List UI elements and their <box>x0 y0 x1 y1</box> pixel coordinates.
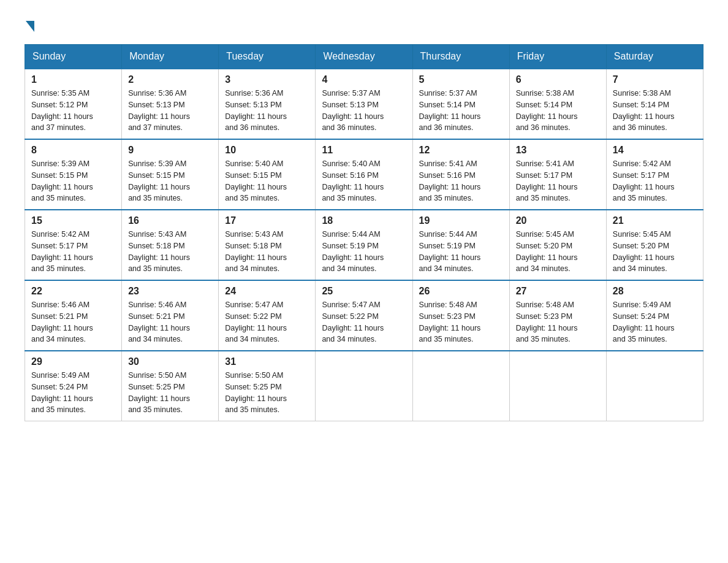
day-number: 14 <box>613 145 697 156</box>
day-number: 15 <box>31 215 115 226</box>
day-number: 9 <box>128 145 212 156</box>
calendar-cell: 6 Sunrise: 5:38 AM Sunset: 5:14 PM Dayli… <box>509 69 606 139</box>
calendar-cell: 22 Sunrise: 5:46 AM Sunset: 5:21 PM Dayl… <box>25 280 122 351</box>
calendar-cell <box>316 351 412 421</box>
day-number: 28 <box>613 286 697 297</box>
header-sunday: Sunday <box>25 45 122 69</box>
header-wednesday: Wednesday <box>316 45 412 69</box>
day-number: 16 <box>128 215 212 226</box>
calendar-cell: 9 Sunrise: 5:39 AM Sunset: 5:15 PM Dayli… <box>122 139 219 210</box>
day-info: Sunrise: 5:45 AM Sunset: 5:20 PM Dayligh… <box>613 229 697 275</box>
day-info: Sunrise: 5:44 AM Sunset: 5:19 PM Dayligh… <box>322 229 406 275</box>
calendar-cell: 10 Sunrise: 5:40 AM Sunset: 5:15 PM Dayl… <box>219 139 316 210</box>
calendar-cell: 1 Sunrise: 5:35 AM Sunset: 5:12 PM Dayli… <box>25 69 122 139</box>
day-number: 1 <box>31 74 115 85</box>
day-info: Sunrise: 5:43 AM Sunset: 5:18 PM Dayligh… <box>128 229 212 275</box>
day-number: 11 <box>322 145 406 156</box>
calendar-cell: 14 Sunrise: 5:42 AM Sunset: 5:17 PM Dayl… <box>606 139 703 210</box>
calendar-cell: 27 Sunrise: 5:48 AM Sunset: 5:23 PM Dayl… <box>509 280 606 351</box>
calendar-cell: 31 Sunrise: 5:50 AM Sunset: 5:25 PM Dayl… <box>219 351 316 421</box>
calendar-cell: 4 Sunrise: 5:37 AM Sunset: 5:13 PM Dayli… <box>316 69 412 139</box>
calendar-cell: 15 Sunrise: 5:42 AM Sunset: 5:17 PM Dayl… <box>25 210 122 280</box>
day-info: Sunrise: 5:44 AM Sunset: 5:19 PM Dayligh… <box>419 229 503 275</box>
day-number: 17 <box>225 215 309 226</box>
week-row-3: 15 Sunrise: 5:42 AM Sunset: 5:17 PM Dayl… <box>25 210 703 280</box>
calendar-cell: 25 Sunrise: 5:47 AM Sunset: 5:22 PM Dayl… <box>316 280 412 351</box>
day-number: 13 <box>516 145 600 156</box>
calendar-cell: 21 Sunrise: 5:45 AM Sunset: 5:20 PM Dayl… <box>606 210 703 280</box>
day-info: Sunrise: 5:43 AM Sunset: 5:18 PM Dayligh… <box>225 229 309 275</box>
day-info: Sunrise: 5:50 AM Sunset: 5:25 PM Dayligh… <box>225 370 309 416</box>
day-info: Sunrise: 5:40 AM Sunset: 5:15 PM Dayligh… <box>225 158 309 204</box>
calendar-cell: 16 Sunrise: 5:43 AM Sunset: 5:18 PM Dayl… <box>122 210 219 280</box>
day-info: Sunrise: 5:49 AM Sunset: 5:24 PM Dayligh… <box>31 370 115 416</box>
week-row-1: 1 Sunrise: 5:35 AM Sunset: 5:12 PM Dayli… <box>25 69 703 139</box>
day-info: Sunrise: 5:38 AM Sunset: 5:14 PM Dayligh… <box>613 88 697 134</box>
day-number: 18 <box>322 215 406 226</box>
week-row-2: 8 Sunrise: 5:39 AM Sunset: 5:15 PM Dayli… <box>25 139 703 210</box>
day-info: Sunrise: 5:36 AM Sunset: 5:13 PM Dayligh… <box>128 88 212 134</box>
calendar-cell: 12 Sunrise: 5:41 AM Sunset: 5:16 PM Dayl… <box>412 139 509 210</box>
day-info: Sunrise: 5:45 AM Sunset: 5:20 PM Dayligh… <box>516 229 600 275</box>
calendar-cell: 11 Sunrise: 5:40 AM Sunset: 5:16 PM Dayl… <box>316 139 412 210</box>
day-number: 6 <box>516 74 600 85</box>
day-number: 10 <box>225 145 309 156</box>
calendar-header-row: SundayMondayTuesdayWednesdayThursdayFrid… <box>25 45 703 69</box>
day-number: 24 <box>225 286 309 297</box>
day-info: Sunrise: 5:35 AM Sunset: 5:12 PM Dayligh… <box>31 88 115 134</box>
day-number: 8 <box>31 145 115 156</box>
day-info: Sunrise: 5:48 AM Sunset: 5:23 PM Dayligh… <box>516 299 600 345</box>
day-info: Sunrise: 5:41 AM Sunset: 5:16 PM Dayligh… <box>419 158 503 204</box>
header-tuesday: Tuesday <box>219 45 316 69</box>
header-monday: Monday <box>122 45 219 69</box>
day-info: Sunrise: 5:48 AM Sunset: 5:23 PM Dayligh… <box>419 299 503 345</box>
day-number: 2 <box>128 74 212 85</box>
day-number: 7 <box>613 74 697 85</box>
calendar-cell: 24 Sunrise: 5:47 AM Sunset: 5:22 PM Dayl… <box>219 280 316 351</box>
calendar-cell: 20 Sunrise: 5:45 AM Sunset: 5:20 PM Dayl… <box>509 210 606 280</box>
day-info: Sunrise: 5:47 AM Sunset: 5:22 PM Dayligh… <box>322 299 406 345</box>
week-row-5: 29 Sunrise: 5:49 AM Sunset: 5:24 PM Dayl… <box>25 351 703 421</box>
calendar-cell: 7 Sunrise: 5:38 AM Sunset: 5:14 PM Dayli… <box>606 69 703 139</box>
day-info: Sunrise: 5:47 AM Sunset: 5:22 PM Dayligh… <box>225 299 309 345</box>
day-number: 12 <box>419 145 503 156</box>
day-number: 25 <box>322 286 406 297</box>
day-number: 31 <box>225 356 309 367</box>
day-number: 30 <box>128 356 212 367</box>
day-info: Sunrise: 5:46 AM Sunset: 5:21 PM Dayligh… <box>31 299 115 345</box>
day-number: 20 <box>516 215 600 226</box>
day-info: Sunrise: 5:36 AM Sunset: 5:13 PM Dayligh… <box>225 88 309 134</box>
calendar-cell <box>412 351 509 421</box>
day-number: 4 <box>322 74 406 85</box>
logo <box>25 18 34 29</box>
day-number: 21 <box>613 215 697 226</box>
day-number: 5 <box>419 74 503 85</box>
calendar-table: SundayMondayTuesdayWednesdayThursdayFrid… <box>25 44 703 421</box>
logo-arrow-icon <box>26 21 34 32</box>
calendar-cell: 29 Sunrise: 5:49 AM Sunset: 5:24 PM Dayl… <box>25 351 122 421</box>
day-info: Sunrise: 5:46 AM Sunset: 5:21 PM Dayligh… <box>128 299 212 345</box>
calendar-cell: 18 Sunrise: 5:44 AM Sunset: 5:19 PM Dayl… <box>316 210 412 280</box>
calendar-cell <box>509 351 606 421</box>
day-info: Sunrise: 5:38 AM Sunset: 5:14 PM Dayligh… <box>516 88 600 134</box>
header-friday: Friday <box>509 45 606 69</box>
day-number: 19 <box>419 215 503 226</box>
calendar-cell: 30 Sunrise: 5:50 AM Sunset: 5:25 PM Dayl… <box>122 351 219 421</box>
week-row-4: 22 Sunrise: 5:46 AM Sunset: 5:21 PM Dayl… <box>25 280 703 351</box>
day-info: Sunrise: 5:39 AM Sunset: 5:15 PM Dayligh… <box>31 158 115 204</box>
calendar-cell: 5 Sunrise: 5:37 AM Sunset: 5:14 PM Dayli… <box>412 69 509 139</box>
day-number: 27 <box>516 286 600 297</box>
day-number: 22 <box>31 286 115 297</box>
calendar-cell: 28 Sunrise: 5:49 AM Sunset: 5:24 PM Dayl… <box>606 280 703 351</box>
header-saturday: Saturday <box>606 45 703 69</box>
calendar-cell: 17 Sunrise: 5:43 AM Sunset: 5:18 PM Dayl… <box>219 210 316 280</box>
header-thursday: Thursday <box>412 45 509 69</box>
calendar-cell: 13 Sunrise: 5:41 AM Sunset: 5:17 PM Dayl… <box>509 139 606 210</box>
calendar-cell: 19 Sunrise: 5:44 AM Sunset: 5:19 PM Dayl… <box>412 210 509 280</box>
day-info: Sunrise: 5:42 AM Sunset: 5:17 PM Dayligh… <box>613 158 697 204</box>
calendar-cell: 8 Sunrise: 5:39 AM Sunset: 5:15 PM Dayli… <box>25 139 122 210</box>
day-info: Sunrise: 5:50 AM Sunset: 5:25 PM Dayligh… <box>128 370 212 416</box>
day-number: 29 <box>31 356 115 367</box>
day-number: 3 <box>225 74 309 85</box>
calendar-cell: 26 Sunrise: 5:48 AM Sunset: 5:23 PM Dayl… <box>412 280 509 351</box>
